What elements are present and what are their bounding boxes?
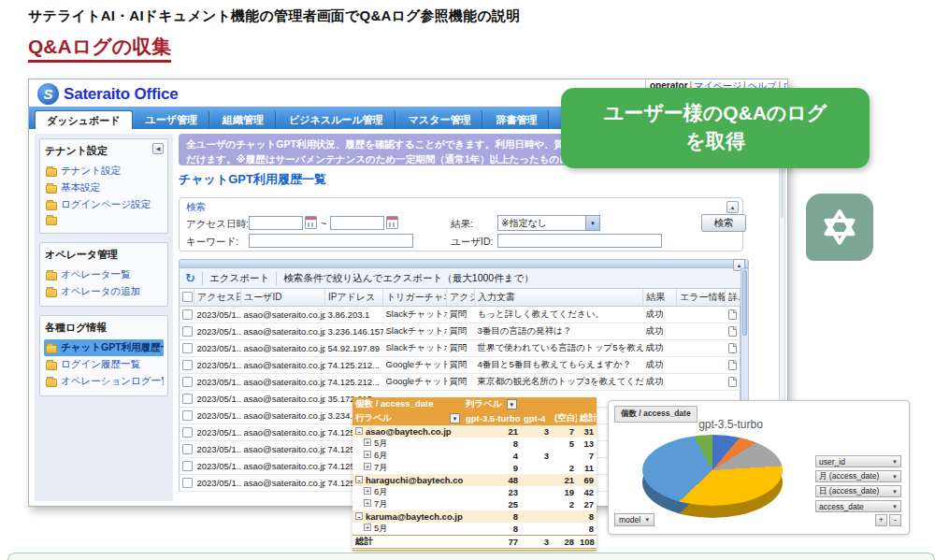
- access-date-to-input[interactable]: [330, 216, 384, 230]
- scrollbar-thumb[interactable]: [742, 270, 747, 336]
- checkbox[interactable]: [182, 444, 193, 454]
- sidebar-item[interactable]: チャットGPT利用履歴一覧: [44, 339, 164, 356]
- cell-trigger: Slackチャットボ...: [383, 323, 447, 339]
- section-heading: Q&Aログの収集: [28, 34, 171, 63]
- expander-icon[interactable]: -: [355, 512, 363, 520]
- checkbox[interactable]: [182, 377, 193, 387]
- search-button[interactable]: 検索: [701, 214, 746, 232]
- page-title: チャットGPT利用履歴一覧: [179, 171, 326, 188]
- pivot-row-label-cell: +6月: [352, 486, 463, 498]
- access-date-from-input[interactable]: [249, 216, 303, 230]
- pie-chart: [642, 435, 784, 524]
- column-header: 詳...: [726, 289, 741, 306]
- cell-detail: [726, 356, 741, 373]
- checkbox[interactable]: [182, 343, 193, 353]
- pivot-value-cell: 11: [577, 462, 597, 474]
- export-filtered-link[interactable]: 検索条件で絞り込んでエクスポート（最大1000件まで）: [283, 272, 534, 285]
- tab-5[interactable]: マスター管理: [397, 110, 483, 129]
- expander-icon[interactable]: +: [364, 438, 371, 446]
- sidebar-item-label: オペレータの追加: [61, 285, 140, 298]
- sidebar-item-label: チャットGPT利用履歴一覧: [61, 341, 164, 354]
- user-id-input[interactable]: [497, 234, 662, 248]
- expander-icon[interactable]: -: [355, 427, 363, 435]
- cell-trigger: Slackチャットボ...: [383, 306, 447, 323]
- cell-action: 質問: [447, 356, 475, 373]
- pivot-value-cell: [552, 523, 577, 536]
- calendar-icon[interactable]: [305, 216, 317, 229]
- cell-ip: 54.92.197.89: [325, 339, 383, 356]
- pivot-value-cell: [521, 486, 552, 498]
- checkbox[interactable]: [182, 478, 193, 488]
- expander-icon[interactable]: +: [364, 487, 371, 495]
- checkbox[interactable]: [182, 427, 193, 438]
- folder-icon: [46, 345, 57, 353]
- chart-field-button[interactable]: 月 (access_date)▼: [815, 470, 901, 482]
- pivot-row: +7月9211: [352, 462, 597, 474]
- cell-input: 4番目と5番目も教えてもらえますか？: [475, 356, 643, 373]
- keyword-input[interactable]: [249, 234, 413, 248]
- dropdown-arrow-icon[interactable]: ▼: [507, 399, 517, 409]
- pivot-row-label: 6月: [374, 486, 388, 496]
- cell-user: asao@sateraito.co.jp: [241, 339, 325, 356]
- sidebar-item[interactable]: テナント設定: [44, 163, 164, 179]
- sidebar-item[interactable]: ログイン履歴一覧: [44, 356, 164, 373]
- pivot-value-cell: 8: [463, 510, 521, 523]
- cell-ip: 74.125.212...: [325, 356, 383, 373]
- pivot-value-cell: 25: [463, 498, 521, 510]
- sidebar-item[interactable]: オペレータ一覧: [44, 266, 164, 283]
- expander-icon[interactable]: -: [355, 476, 363, 483]
- checkbox[interactable]: [182, 292, 193, 302]
- checkbox[interactable]: [182, 461, 193, 471]
- toolbar-divider: [202, 272, 203, 285]
- pivot-row-label: 総計: [355, 536, 373, 546]
- pivot-table: 個数 / access_date 列ラベル▼ 行ラベル▼ gpt-3.5-tur…: [352, 397, 597, 551]
- tab-3[interactable]: 組織管理: [211, 110, 276, 129]
- row-checkbox-cell: [180, 474, 194, 491]
- chart-zoom-button[interactable]: +: [875, 514, 887, 526]
- dropdown-arrow-icon[interactable]: ▼: [450, 413, 460, 424]
- refresh-icon[interactable]: ↻: [185, 272, 195, 284]
- document-icon[interactable]: [728, 343, 737, 353]
- pivot-row-label: karuma@baytech.co.jp: [366, 511, 463, 522]
- chart-field-button[interactable]: user_id▼: [815, 455, 901, 467]
- sidebar-item[interactable]: オペレータの追加: [44, 283, 164, 300]
- checkbox[interactable]: [182, 410, 193, 421]
- document-icon[interactable]: [728, 377, 737, 387]
- checkbox[interactable]: [182, 309, 193, 320]
- document-icon[interactable]: [728, 309, 737, 320]
- expander-icon[interactable]: +: [364, 524, 371, 531]
- chart-field-button[interactable]: 日 (access_date)▼: [815, 485, 901, 497]
- cell-ip: 3.236.146.157: [325, 323, 383, 339]
- sidebar-item[interactable]: [44, 213, 164, 227]
- tab-6[interactable]: 辞書管理: [484, 110, 549, 129]
- sidebar-item-label: 基本設定: [61, 181, 100, 194]
- result-select[interactable]: ※指定なし ▼: [497, 215, 600, 231]
- expander-icon[interactable]: +: [364, 463, 371, 470]
- tab-1[interactable]: ダッシュボード: [35, 110, 133, 129]
- calendar-icon[interactable]: [386, 216, 398, 229]
- model-field-label: model: [619, 515, 640, 524]
- checkbox[interactable]: [182, 394, 193, 404]
- tab-4[interactable]: ビジネスルール管理: [278, 110, 396, 129]
- expander-icon[interactable]: +: [364, 451, 371, 458]
- cell-input: もっと詳しく教えてください。: [475, 306, 643, 323]
- export-link[interactable]: エクスポート: [209, 272, 269, 285]
- row-checkbox-cell: [180, 356, 194, 373]
- sidebar-item[interactable]: オペレーションログ一覧: [44, 373, 164, 390]
- model-field-button[interactable]: model ▼: [614, 513, 654, 526]
- search-panel: 検索 ▲ アクセス日時: ~ 結果: ※指定なし ▼ 検索 キーワード: ユーザ…: [179, 197, 743, 251]
- collapse-search-button[interactable]: ▲: [726, 201, 739, 213]
- document-icon[interactable]: [728, 360, 737, 370]
- expander-icon[interactable]: +: [364, 499, 371, 507]
- sidebar-item[interactable]: 基本設定: [44, 179, 164, 196]
- tab-2[interactable]: ユーザ管理: [135, 110, 210, 129]
- checkbox[interactable]: [182, 360, 193, 370]
- chart-field-button[interactable]: access_date▼: [815, 500, 901, 512]
- sidebar-item[interactable]: ログインページ設定: [44, 196, 164, 213]
- sidebar-collapse-button[interactable]: ◀: [152, 143, 164, 154]
- pivot-value-cell: [552, 510, 577, 523]
- openai-knot-icon: [818, 206, 861, 249]
- document-icon[interactable]: [728, 326, 737, 337]
- checkbox[interactable]: [182, 326, 193, 337]
- chart-zoom-button[interactable]: -: [889, 514, 901, 526]
